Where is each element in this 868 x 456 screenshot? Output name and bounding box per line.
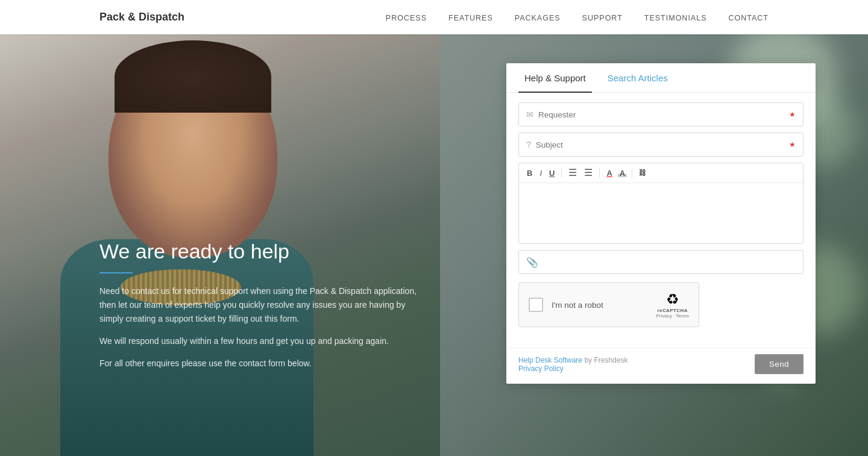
toolbar-sep-1 [561, 168, 562, 178]
hero-divider [99, 272, 133, 273]
footer-by: by Freshdesk [584, 356, 627, 364]
bold-button[interactable]: B [525, 168, 534, 178]
toolbar-sep-3 [632, 168, 632, 178]
captcha-checkbox[interactable] [529, 298, 543, 312]
widget-body: ✉ ★ ? ★ B I U ☰ ☰ A A ⛓ [506, 93, 816, 348]
subject-input[interactable] [536, 140, 787, 149]
support-widget: Help & Support Search Articles ✉ ★ ? ★ B… [506, 63, 816, 384]
nav-contact[interactable]: CONTACT [729, 14, 769, 22]
attachment-row[interactable]: 📎 [518, 250, 804, 274]
link-button[interactable]: ⛓ [637, 168, 648, 178]
nav-features[interactable]: FEATURES [448, 14, 493, 22]
toolbar-sep-2 [599, 168, 600, 178]
navbar: Pack & Dispatch PROCESS FEATURES PACKAGE… [0, 0, 868, 34]
bg-color-button[interactable]: A [618, 169, 627, 177]
recaptcha-box[interactable]: I'm not a robot ♻ reCAPTCHA Privacy · Te… [518, 283, 699, 327]
editor-toolbar: B I U ☰ ☰ A A ⛓ [519, 163, 803, 183]
widget-footer: Help Desk Software by Freshdesk Privacy … [506, 348, 816, 384]
footer-links: Help Desk Software by Freshdesk Privacy … [518, 356, 627, 373]
attachment-icon: 📎 [526, 257, 538, 268]
editor-area[interactable] [519, 183, 803, 243]
hero-para-1: Need to contact us for technical support… [99, 284, 419, 326]
editor-container: B I U ☰ ☰ A A ⛓ [518, 163, 804, 244]
bullet-list-button[interactable]: ☰ [567, 167, 579, 179]
hero-para-3: For all other enquires please use the co… [99, 357, 419, 370]
brand[interactable]: Pack & Dispatch [99, 11, 184, 23]
tab-help-support[interactable]: Help & Support [518, 63, 592, 93]
nav-packages[interactable]: PACKAGES [515, 14, 561, 22]
underline-button[interactable]: U [547, 168, 556, 178]
captcha-label: I'm not a robot [552, 301, 650, 310]
hero-title: We are ready to help [99, 239, 419, 264]
hero-text: We are ready to help Need to contact us … [99, 239, 419, 379]
mail-icon: ✉ [526, 110, 533, 119]
hair-shape [115, 40, 271, 113]
captcha-logo: ♻ reCAPTCHA Privacy · Terms [656, 291, 689, 319]
subject-icon: ? [526, 140, 531, 149]
hero-body: Need to contact us for technical support… [99, 284, 419, 370]
help-desk-software-link[interactable]: Help Desk Software [518, 356, 582, 364]
italic-button[interactable]: I [538, 168, 544, 178]
subject-required: ★ [789, 140, 796, 149]
captcha-privacy-terms: Privacy · Terms [656, 313, 689, 319]
font-color-button[interactable]: A [605, 168, 614, 178]
widget-tabs: Help & Support Search Articles [506, 63, 816, 93]
privacy-policy-link[interactable]: Privacy Policy [518, 364, 564, 373]
nav-process[interactable]: PROCESS [386, 14, 427, 22]
subject-field[interactable]: ? ★ [518, 133, 804, 157]
captcha-brand-label: reCAPTCHA [658, 308, 688, 313]
hero-para-2: We will respond usually within a few hou… [99, 334, 419, 348]
numbered-list-button[interactable]: ☰ [582, 167, 594, 179]
requester-required: ★ [789, 110, 796, 119]
requester-field[interactable]: ✉ ★ [518, 102, 804, 126]
nav-links: PROCESS FEATURES PACKAGES SUPPORT TESTIM… [386, 12, 769, 23]
recaptcha-icon: ♻ [666, 291, 679, 308]
nav-support[interactable]: SUPPORT [582, 14, 623, 22]
send-button[interactable]: Send [755, 354, 804, 374]
nav-testimonials[interactable]: TESTIMONIALS [644, 14, 707, 22]
tab-search-articles[interactable]: Search Articles [602, 63, 674, 93]
requester-input[interactable] [538, 110, 787, 119]
